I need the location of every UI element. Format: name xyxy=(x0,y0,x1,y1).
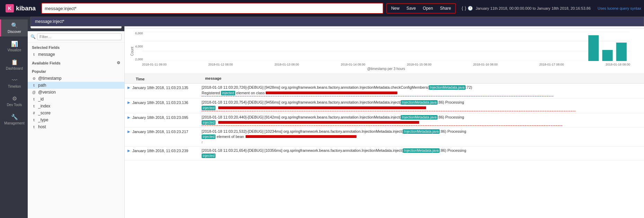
field-name-id: _id xyxy=(38,97,44,102)
field-type-t3: t xyxy=(32,97,36,101)
red-highlight-bar-4 xyxy=(246,135,356,138)
new-button[interactable]: New xyxy=(388,5,402,12)
sidebar-search-icon: 🔍 xyxy=(30,34,36,39)
dashboard-icon: 📋 xyxy=(11,59,18,66)
fields-section: Selected Fields t message Available Fiel… xyxy=(28,43,124,218)
sidebar-item-discover-label: Discover xyxy=(8,30,21,34)
kibana-logo: K kibana xyxy=(3,4,38,12)
chart-y-label: Count xyxy=(130,46,134,56)
field-item-index[interactable]: t _index xyxy=(28,103,124,110)
field-type-t5: t xyxy=(32,118,36,122)
kibana-title: kibana xyxy=(16,5,36,12)
field-item-version[interactable]: @ @version xyxy=(28,89,124,96)
field-item-message[interactable]: t message xyxy=(28,51,124,58)
app-container: K kibana New Save Open Share ⟨ ⟩ 🕐 Janua… xyxy=(0,0,644,218)
field-type-t2: t xyxy=(32,84,36,87)
field-item-timestamp[interactable]: ⊙ @timestamp xyxy=(28,75,124,82)
chart-y-ticks: 6,000 4,000 2,000 xyxy=(135,32,143,61)
field-type-t4: t xyxy=(32,104,36,108)
highlight-java: InjectionMetadata.java xyxy=(429,85,466,90)
field-name-score: _score xyxy=(38,111,51,115)
field-name-type: _type xyxy=(38,117,48,122)
result-time-5: January 18th 2018, 11:03:23.239 xyxy=(132,148,202,153)
save-button[interactable]: Save xyxy=(404,5,418,12)
expand-arrow-3[interactable]: ▶ xyxy=(127,115,130,119)
devtools-icon: ⚙ xyxy=(12,95,17,102)
search-input[interactable] xyxy=(45,6,380,11)
dashed-line xyxy=(202,96,553,96)
chart-svg xyxy=(142,32,630,61)
table-row: ▶ January 18th 2018, 11:03:23.217 [2018-… xyxy=(125,128,644,147)
sidebar-item-devtools-label: Dev Tools xyxy=(7,103,22,107)
sidebar-item-timelion[interactable]: 〰 Timelion xyxy=(0,75,28,91)
field-type-at2: @ xyxy=(32,90,36,94)
result-row-main-5[interactable]: ▶ January 18th 2018, 11:03:23.239 [2018-… xyxy=(125,147,644,160)
field-type-t6: t xyxy=(32,125,36,129)
field-item-id[interactable]: t _id xyxy=(28,96,124,103)
sidebar-item-management[interactable]: 🔧 Management xyxy=(0,111,28,128)
open-button[interactable]: Open xyxy=(420,5,436,12)
col-message-header: message xyxy=(205,76,640,81)
management-icon: 🔧 xyxy=(11,114,18,120)
autocomplete-item[interactable]: message:inject* xyxy=(31,17,644,26)
left-nav: 🔍 Discover 📊 Visualize 📋 Dashboard 〰 Tim… xyxy=(0,17,28,218)
result-message-3: [2018-01-18 11:03:20,440]-[DEBUG] [9142m… xyxy=(202,115,641,126)
table-row: ▶ January 18th 2018, 11:03:23.136 [2018-… xyxy=(125,98,644,113)
field-name-message: message xyxy=(38,52,55,57)
visualize-icon: 📊 xyxy=(11,41,18,47)
highlight-injected-4: injected xyxy=(202,134,215,139)
field-item-host[interactable]: t host xyxy=(28,123,124,130)
sidebar-item-dashboard[interactable]: 📋 Dashboard xyxy=(0,56,28,73)
selected-fields-title: Selected Fields xyxy=(28,43,124,51)
results-area: Time message ▶ January 18th 2018, 11:03:… xyxy=(125,74,644,218)
field-name-timestamp: @timestamp xyxy=(38,76,62,81)
sidebar-item-devtools[interactable]: ⚙ Dev Tools xyxy=(0,93,28,110)
highlight-injected-5: injected xyxy=(202,154,215,158)
result-message-2: [2018-01-18 11:03:20,754]-[DEBUG] [9456m… xyxy=(202,100,641,112)
result-row-main-4[interactable]: ▶ January 18th 2018, 11:03:23.217 [2018-… xyxy=(125,128,644,146)
highlight-injected-3: injected xyxy=(202,120,215,125)
expand-arrow-4[interactable]: ▶ xyxy=(127,129,130,133)
chart-area: Count 6,000 4,000 2,000 xyxy=(125,29,644,74)
autocomplete-dropdown: message:inject* xyxy=(30,17,644,26)
share-button[interactable]: Share xyxy=(437,5,454,12)
highlight-injected-2: injected xyxy=(202,106,215,110)
sidebar: logstash-* 🔍 Selected Fields t message xyxy=(28,17,125,218)
expand-arrow[interactable]: ▶ xyxy=(127,85,130,89)
sidebar-item-dashboard-label: Dashboard xyxy=(6,67,23,70)
sidebar-search: 🔍 xyxy=(28,31,124,43)
result-time-2: January 18th 2018, 11:03:23.136 xyxy=(132,100,202,105)
field-item-type[interactable]: t _type xyxy=(28,116,124,123)
chart-x-axis: 2018-01-11 09:00 2018-01-12 08:00 2018-0… xyxy=(142,63,630,66)
chart-x-label: @timestamp per 3 hours xyxy=(142,67,630,71)
result-row-main-2[interactable]: ▶ January 18th 2018, 11:03:23.136 [2018-… xyxy=(125,98,644,113)
svg-rect-5 xyxy=(602,50,612,61)
available-fields-title: Available Fields ⚙ xyxy=(28,58,124,67)
top-bar: K kibana New Save Open Share ⟨ ⟩ 🕐 Janua… xyxy=(0,0,644,17)
lucene-link[interactable]: Uses lucene query syntax xyxy=(598,6,641,10)
main-layout: 🔍 Discover 📊 Visualize 📋 Dashboard 〰 Tim… xyxy=(0,17,644,218)
field-type-t: t xyxy=(32,53,36,56)
expand-arrow-2[interactable]: ▶ xyxy=(127,100,130,104)
field-item-score[interactable]: # _score xyxy=(28,110,124,116)
table-row: ▶ January 18th 2018, 11:03:23.095 [2018-… xyxy=(125,113,644,128)
highlight-injected-1: injected xyxy=(221,91,235,95)
sidebar-item-visualize[interactable]: 📊 Visualize xyxy=(0,38,28,55)
field-name-version: @version xyxy=(38,90,56,95)
field-name-host: host xyxy=(38,124,46,129)
result-row-main[interactable]: ▶ January 18th 2018, 11:03:23.135 [2018-… xyxy=(125,84,644,98)
field-search-input[interactable] xyxy=(37,33,122,40)
available-fields-settings-icon[interactable]: ⚙ xyxy=(117,61,120,65)
sidebar-item-discover[interactable]: 🔍 Discover xyxy=(0,19,28,36)
svg-rect-4 xyxy=(588,35,599,61)
result-row-main-3[interactable]: ▶ January 18th 2018, 11:03:23.095 [2018-… xyxy=(125,113,644,127)
popular-fields-title: Popular xyxy=(28,67,124,75)
time-range-text: January 11th 2018, 00:00:00.000 to Janua… xyxy=(476,6,591,10)
field-type-hash: # xyxy=(32,111,36,115)
result-time-3: January 18th 2018, 11:03:23.095 xyxy=(132,115,202,120)
expand-arrow-5[interactable]: ▶ xyxy=(127,148,130,152)
red-highlight-bar xyxy=(266,91,397,94)
highlight-java-4: InjectionMetadata.java xyxy=(403,129,440,134)
result-message-4: [2018-01-18 11:03:21,532]-[DEBUG] [10234… xyxy=(202,129,641,145)
field-item-path[interactable]: t path xyxy=(28,82,124,89)
